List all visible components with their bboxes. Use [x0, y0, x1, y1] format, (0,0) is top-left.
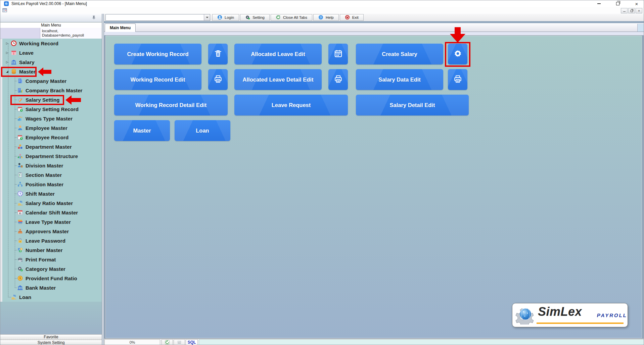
calendar-icon [334, 49, 343, 59]
connection-info: localhost, Database=demo_payroll [40, 28, 102, 39]
tree-item-company-master[interactable]: Company Master [2, 76, 102, 86]
coins-icon [11, 68, 17, 75]
tree-item-salary-setting-record[interactable]: Salary Setting Record [2, 104, 102, 114]
tree-item-position-master[interactable]: Position Master [2, 180, 102, 189]
tree-item-approvers-master[interactable]: Approvers Master [2, 227, 102, 236]
mdi-restore-button[interactable] [628, 8, 635, 13]
tree-collapsed-icon[interactable]: ▷ [6, 51, 11, 54]
svg-text:$: $ [19, 277, 21, 280]
favorite-bar[interactable]: Favorite [0, 334, 102, 340]
tree-item-category-master[interactable]: !Category Master [2, 264, 102, 274]
tree-item-label: Leave [19, 50, 34, 56]
tree-item-shift-master[interactable]: Shift Master [2, 189, 102, 198]
tree-item-department-master[interactable]: Department Master [2, 142, 102, 151]
calendar-clock-icon [17, 106, 23, 112]
menu-button-leave-request[interactable]: Leave Request [234, 95, 348, 115]
menu-button-working-record-edit[interactable]: Working Record Edit [114, 69, 201, 90]
tree-item-loan[interactable]: %Loan [2, 292, 102, 302]
menu-button-label: Salary Detail Edit [390, 102, 435, 108]
menu-bar: × [0, 7, 644, 14]
system-setting-bar[interactable]: System Setting [0, 340, 102, 345]
tab-main-menu[interactable]: Main Menu [105, 23, 136, 32]
tree-collapsed-icon[interactable]: ▷ [6, 60, 11, 64]
menu-button-loan[interactable]: Loan [175, 120, 230, 141]
tree-item-employee-master[interactable]: Employee Master [2, 123, 102, 133]
progress-indicator: 0% [104, 339, 160, 345]
tree-item-division-master[interactable]: Division Master [2, 161, 102, 170]
refresh-status-button[interactable] [162, 339, 173, 345]
coin-icon: $ [17, 275, 23, 281]
tree-item-department-structure[interactable]: Department Structure [2, 151, 102, 161]
tree-item-working-record[interactable]: ▷Working Record [2, 39, 102, 48]
tree-item-print-format[interactable]: Print Format [2, 255, 102, 264]
sidebar: Main Menu localhost, Database=demo_payro… [0, 14, 102, 345]
tree-item-salary-ratio-master[interactable]: %Salary Ratio Master [2, 198, 102, 208]
help-label: Help [326, 15, 334, 19]
tree-item-master[interactable]: ◢Master [2, 67, 102, 76]
menu-button-label: Allocated Leave Detail Edit [243, 77, 314, 83]
login-button[interactable]: Login [212, 14, 239, 21]
menu-button-label: Create Salary [382, 51, 417, 57]
menu-button-salary-detail-edit[interactable]: Salary Detail Edit [356, 95, 469, 115]
image-status-button[interactable] [174, 339, 185, 345]
search-combobox[interactable] [105, 14, 210, 21]
exit-button[interactable]: Exit [340, 14, 364, 21]
exit-icon [345, 15, 350, 20]
close-all-tabs-button[interactable]: Close All Tabs [271, 14, 312, 21]
setting-button[interactable]: Setting [240, 14, 270, 21]
exit-label: Exit [352, 15, 359, 19]
tree-collapsed-icon[interactable]: ▷ [6, 42, 11, 45]
mdi-close-button[interactable]: × [636, 8, 642, 13]
tree-item-company-brach-master[interactable]: Company Brach Master [2, 86, 102, 95]
tree-item-calendar-shift-master[interactable]: 31Calendar Shift Master [2, 208, 102, 217]
menu-button-working-record-detail-edit[interactable]: Working Record Detail Edit [114, 95, 228, 115]
tree-item-provident-fund-ratio[interactable]: $Provident Fund Ratio [2, 274, 102, 283]
tree-item-bank-master[interactable]: Bank Master [2, 283, 102, 292]
menu-button-allocated-leave-detail-edit[interactable]: Allocated Leave Detail Edit [234, 69, 322, 90]
menu-icon-button-calendar-icon[interactable] [328, 44, 348, 64]
minimize-button[interactable] [595, 1, 603, 6]
combobox-dropdown-button[interactable] [204, 14, 210, 20]
sidebar-splitter[interactable] [102, 14, 104, 345]
menu-icon-button-printer-icon[interactable] [208, 69, 228, 90]
sql-button[interactable]: SQL [186, 339, 198, 345]
mdi-minimize-button[interactable] [621, 8, 628, 13]
padlock-icon [17, 238, 23, 244]
clipboard-icon [17, 172, 23, 178]
tree-item-number-master[interactable]: 102Number Master [2, 245, 102, 255]
help-icon: ? [318, 15, 323, 20]
help-button[interactable]: ?Help [313, 14, 339, 21]
tree-item-label: Provident Fund Ratio [26, 276, 77, 281]
menu-icon-button-printer-icon[interactable] [448, 69, 467, 90]
pin-icon[interactable] [91, 15, 96, 20]
menu-button-create-working-record[interactable]: Create Working Record [114, 44, 201, 64]
restore-button[interactable] [614, 1, 622, 6]
tree-item-label: Department Master [26, 144, 72, 150]
svg-text:31: 31 [19, 212, 21, 215]
clock-blue-icon [17, 191, 23, 197]
tree-expanded-icon[interactable]: ◢ [6, 70, 11, 73]
tree-item-salary-setting[interactable]: Salary Setting [2, 95, 102, 104]
menu-icon-button-gear-icon[interactable] [448, 44, 467, 64]
tree-item-salary[interactable]: ▷Salary [2, 57, 102, 67]
menu-button-master[interactable]: Master [114, 120, 170, 141]
tree-item-section-master[interactable]: Section Master [2, 170, 102, 180]
logo-underline [537, 323, 624, 324]
menu-icon-button-trash-icon[interactable] [208, 44, 228, 64]
form-icon[interactable] [2, 8, 7, 13]
trash-icon [214, 49, 223, 59]
svg-text:?: ? [320, 15, 322, 19]
close-button[interactable]: × [633, 1, 640, 6]
menu-button-salary-data-edit[interactable]: Salary Data Edit [356, 69, 443, 90]
tree-item-label: Category Master [26, 266, 65, 272]
tree-item-wages-type-master[interactable]: Wages Type Master [2, 114, 102, 123]
menu-icon-button-printer-icon[interactable] [328, 69, 348, 90]
tree-item-employee-record[interactable]: Employee Record [2, 133, 102, 142]
setting-icon [245, 15, 250, 20]
tree-item-leave[interactable]: ▷Leave [2, 48, 102, 57]
tree-item-leave-type-master[interactable]: Leave Type Master [2, 217, 102, 227]
tree-item-leave-password[interactable]: Leave Password [2, 236, 102, 245]
tree-item-label: Calendar Shift Master [26, 210, 78, 215]
menu-button-allocated-leave-edit[interactable]: Allocated Leave Edit [234, 44, 322, 64]
menu-button-create-salary[interactable]: Create Salary [356, 44, 443, 64]
